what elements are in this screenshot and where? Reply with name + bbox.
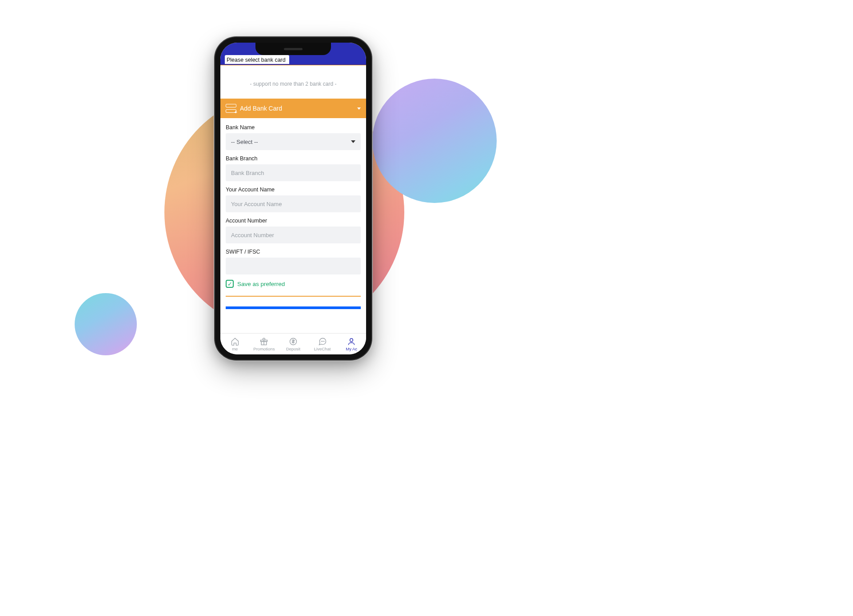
tab-promotions[interactable]: Promotions: [250, 334, 279, 354]
tab-promotions-label: Promotions: [253, 346, 275, 351]
dollar-circle-icon: [289, 337, 298, 346]
checkbox-icon: ✓: [226, 280, 234, 288]
save-preferred-row[interactable]: ✓ Save as preferred: [226, 280, 361, 288]
caret-down-icon: [351, 140, 355, 143]
bank-card-icon: [226, 104, 236, 113]
phone-screen: Please select bank card - support no mor…: [220, 43, 366, 354]
decorative-circle-small: [75, 293, 137, 355]
tab-deposit-label: Deposit: [286, 346, 300, 351]
tab-home-label: me: [232, 346, 238, 351]
svg-point-3: [321, 341, 322, 342]
swift-input[interactable]: [226, 258, 361, 274]
bank-name-select[interactable]: -- Select --: [226, 133, 361, 150]
tab-my-account[interactable]: My Ac: [337, 334, 366, 354]
gift-icon: [259, 337, 268, 346]
home-icon: [231, 337, 239, 346]
person-icon: [347, 337, 356, 346]
bank-branch-label: Bank Branch: [226, 155, 361, 162]
bottom-tabbar: me Promotions Deposit LiveChat My Ac: [220, 333, 366, 354]
chat-icon: [318, 337, 327, 346]
svg-point-6: [350, 338, 353, 342]
account-name-input[interactable]: Your Account Name: [226, 195, 361, 212]
svg-point-4: [322, 341, 323, 342]
add-bank-card-bar[interactable]: Add Bank Card: [220, 99, 366, 118]
save-preferred-label: Save as preferred: [237, 281, 285, 287]
tab-livechat[interactable]: LiveChat: [308, 334, 337, 354]
tab-home[interactable]: me: [220, 334, 250, 354]
account-number-label: Account Number: [226, 218, 361, 224]
divider-orange: [226, 296, 361, 297]
bank-branch-input[interactable]: Bank Branch: [226, 164, 361, 181]
tab-deposit[interactable]: Deposit: [279, 334, 308, 354]
account-name-label: Your Account Name: [226, 187, 361, 193]
account-number-input[interactable]: Account Number: [226, 227, 361, 243]
chevron-down-icon: [357, 107, 361, 110]
support-note: - support no more than 2 bank card -: [220, 68, 366, 99]
svg-point-5: [323, 341, 324, 342]
swift-label: SWIFT / IFSC: [226, 249, 361, 255]
bank-name-value: -- Select --: [231, 139, 258, 145]
tab-livechat-label: LiveChat: [314, 346, 331, 351]
bank-name-label: Bank Name: [226, 124, 361, 131]
phone-notch: [255, 43, 331, 55]
bank-card-form: Bank Name -- Select -- Bank Branch Bank …: [220, 118, 366, 333]
tab-account-label: My Ac: [346, 346, 357, 351]
phone-mockup: Please select bank card - support no mor…: [215, 37, 371, 360]
divider-blue: [226, 306, 361, 309]
decorative-circle-top: [372, 79, 497, 203]
page-title: Please select bank card: [225, 55, 289, 64]
add-bank-card-label: Add Bank Card: [240, 105, 282, 112]
